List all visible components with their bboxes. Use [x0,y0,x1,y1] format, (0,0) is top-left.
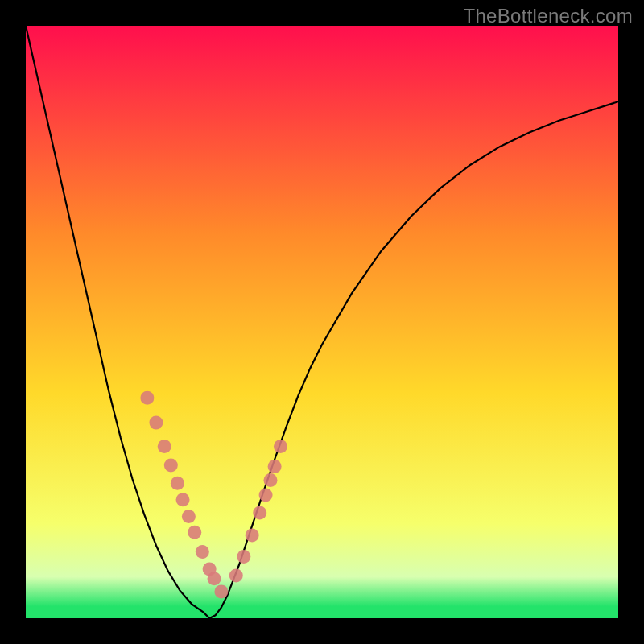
highlight-dot [182,510,196,523]
highlight-dot [246,528,259,542]
watermark-text: TheBottleneck.com [463,5,633,27]
plot-area [26,26,618,618]
highlight-dot [263,473,277,487]
highlight-dot [259,488,273,502]
chart-svg [26,26,618,618]
highlight-dot [188,526,201,539]
highlight-dot [171,477,184,490]
highlight-dot [237,550,250,564]
highlight-dot [164,459,178,473]
highlight-dot [149,416,163,430]
highlight-dot [158,440,171,453]
gradient-background [26,26,618,618]
highlight-dot [268,460,282,473]
highlight-dot [176,493,190,506]
highlight-dot [214,584,228,598]
highlight-dot [140,391,154,405]
highlight-dot [229,569,243,583]
highlight-dot [208,572,221,585]
highlight-dot [253,506,266,519]
highlight-dot [196,545,209,559]
highlight-dot [274,440,287,453]
chart-stage: TheBottleneck.com [0,0,644,644]
